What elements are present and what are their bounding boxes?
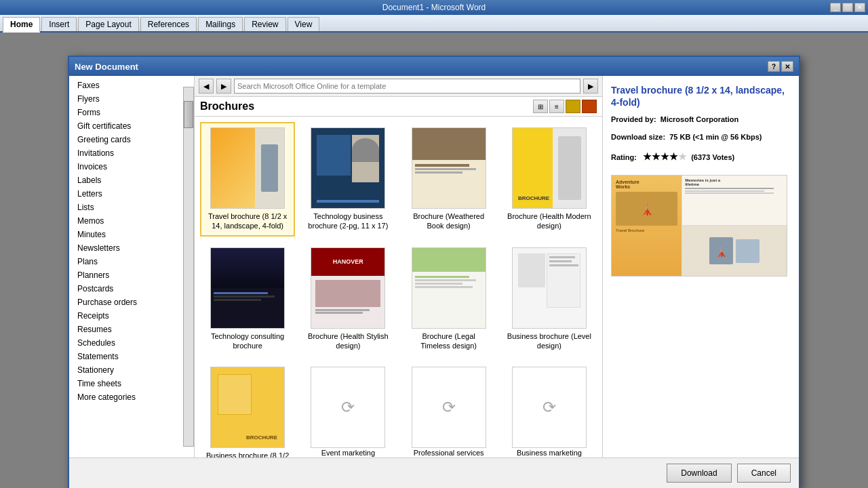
sidebar-item-invitations[interactable]: Invitations [69, 146, 194, 160]
preview-download-size: Download size: 75 KB (<1 min @ 56 Kbps) [611, 131, 791, 144]
tab-insert[interactable]: Insert [41, 17, 77, 31]
minimize-button[interactable]: _ [830, 3, 841, 12]
template-item-event-marketing[interactable]: ⟳ Event marketing [300, 361, 395, 458]
sidebar-scrollbar[interactable] [183, 87, 194, 447]
cancel-button[interactable]: Cancel [737, 464, 791, 483]
section-title: Brochures [200, 100, 254, 113]
dialog-close-button[interactable]: ✕ [781, 61, 793, 72]
sidebar-item-flyers[interactable]: Flyers [69, 92, 194, 106]
template-item-tech-consult[interactable]: Technology consulting brochure [200, 242, 295, 357]
template-label-tech-consult: Technology consulting brochure [205, 331, 290, 351]
template-thumb-weathered [412, 127, 486, 209]
template-item-professional-services[interactable]: ⟳ Professional services [401, 361, 496, 458]
template-item-health-stylish[interactable]: HANOVER Brochure (Health Stylish design) [300, 242, 395, 357]
template-label-professional-services: Professional services [414, 448, 484, 458]
maximize-button[interactable]: □ [842, 3, 853, 12]
sidebar-item-labels[interactable]: Labels [69, 174, 194, 187]
tab-mailings[interactable]: Mailings [198, 17, 243, 31]
template-thumb-health-modern: BROCHURE [512, 127, 587, 209]
preview-provided-by-label: Provided by: [611, 115, 656, 123]
sidebar-item-newsletters[interactable]: Newsletters [69, 241, 194, 255]
sidebar-item-lists[interactable]: Lists [69, 201, 194, 214]
sidebar-item-more-categories[interactable]: More categories [69, 390, 194, 404]
dialog-footer: Download Cancel [69, 458, 799, 488]
new-document-dialog: New Document ? ✕ Faxes Flyers Forms Gift… [68, 56, 800, 488]
section-header: Brochures ⊞ ≡ [195, 97, 602, 117]
template-item-business-level[interactable]: Business brochure (Level design) [502, 242, 597, 357]
tab-review[interactable]: Review [244, 17, 285, 31]
template-label-business-level: Business brochure (Level design) [507, 331, 591, 351]
view-controls: ⊞ ≡ [533, 100, 597, 113]
sidebar-item-stationery[interactable]: Stationery [69, 363, 194, 377]
forward-button[interactable]: ▶ [216, 79, 231, 94]
tab-home[interactable]: Home [3, 17, 40, 33]
tab-references[interactable]: References [140, 17, 197, 31]
sidebar-item-planners[interactable]: Planners [69, 268, 194, 282]
template-item-weathered[interactable]: Brochure (Weathered Book design) [401, 122, 496, 237]
dialog-title-bar: New Document ? ✕ [69, 57, 799, 76]
template-search-input[interactable] [234, 79, 580, 94]
title-bar-controls: _ □ ✕ [830, 3, 865, 12]
tab-page-layout[interactable]: Page Layout [78, 17, 138, 31]
dialog-title-controls: ? ✕ [768, 61, 793, 72]
template-label-legal: Brochure (Legal Timeless design) [407, 331, 491, 351]
template-thumb-business-marketing: ⟳ [512, 367, 587, 448]
template-label-travel: Travel brochure (8 1/2 x 14, landscape, … [205, 211, 290, 231]
sidebar-item-plans[interactable]: Plans [69, 255, 194, 268]
back-button[interactable]: ◀ [199, 79, 214, 94]
preview-rating-label: Rating: [611, 153, 637, 161]
title-bar: Document1 - Microsoft Word _ □ ✕ [0, 0, 868, 15]
sidebar-item-resumes[interactable]: Resumes [69, 323, 194, 336]
sidebar-item-memos[interactable]: Memos [69, 214, 194, 228]
sidebar-item-schedules[interactable]: Schedules [69, 336, 194, 350]
template-label-event-marketing: Event marketing [321, 448, 375, 458]
template-grid: Travel brochure (8 1/2 x 14, landscape, … [200, 122, 597, 458]
template-label-health-stylish: Brochure (Health Stylish design) [306, 331, 390, 351]
sidebar-item-greeting-cards[interactable]: Greeting cards [69, 133, 194, 146]
view-btn-color1[interactable] [566, 100, 580, 113]
view-btn-color2[interactable] [582, 100, 597, 113]
template-thumb-travel [210, 127, 285, 209]
sidebar-item-letters[interactable]: Letters [69, 187, 194, 201]
dialog-body: Faxes Flyers Forms Gift certificates Gre… [69, 76, 799, 458]
sidebar-item-faxes[interactable]: Faxes [69, 79, 194, 92]
sidebar-item-postcards[interactable]: Postcards [69, 282, 194, 296]
sidebar-item-receipts[interactable]: Receipts [69, 309, 194, 323]
template-item-legal[interactable]: Brochure (Legal Timeless design) [401, 242, 496, 357]
template-sidebar: Faxes Flyers Forms Gift certificates Gre… [69, 76, 195, 458]
sidebar-item-purchase-orders[interactable]: Purchase orders [69, 296, 194, 309]
preview-provided-by: Provided by: Microsoft Corporation [611, 114, 791, 126]
download-button[interactable]: Download [667, 464, 731, 483]
sidebar-item-minutes[interactable]: Minutes [69, 228, 194, 241]
sidebar-item-gift-certificates[interactable]: Gift certificates [69, 119, 194, 133]
template-thumb-biz-brochure: BROCHURE [210, 367, 285, 448]
template-item-health-modern[interactable]: BROCHURE Brochure (Health Modern design) [502, 122, 597, 237]
view-btn-1[interactable]: ⊞ [533, 100, 548, 113]
sidebar-item-invoices[interactable]: Invoices [69, 160, 194, 174]
template-item-tech[interactable]: Technology business brochure (2-pg, 11 x… [300, 122, 395, 237]
preview-download-size-value: 75 KB (<1 min @ 56 Kbps) [669, 133, 762, 141]
view-btn-2[interactable]: ≡ [549, 100, 564, 113]
template-label-tech: Technology business brochure (2-pg, 11 x… [306, 211, 390, 231]
sidebar-item-statements[interactable]: Statements [69, 350, 194, 363]
sidebar-scrollbar-thumb[interactable] [184, 101, 193, 128]
search-go-button[interactable]: ▶ [583, 79, 598, 94]
sidebar-item-time-sheets[interactable]: Time sheets [69, 377, 194, 390]
dialog-help-button[interactable]: ? [768, 61, 780, 72]
template-item-travel[interactable]: Travel brochure (8 1/2 x 14, landscape, … [200, 122, 295, 237]
template-item-biz-brochure[interactable]: BROCHURE Business brochure (8 1/2 x 14) [200, 361, 295, 458]
template-thumb-tech [311, 127, 385, 209]
template-label-biz-brochure: Business brochure (8 1/2 x 14) [205, 451, 290, 458]
word-body: Home Insert Page Layout References Maili… [0, 15, 868, 488]
template-grid-wrapper: Travel brochure (8 1/2 x 14, landscape, … [195, 117, 602, 458]
right-preview-panel: Travel brochure (8 1/2 x 14, landscape, … [602, 76, 799, 458]
close-button[interactable]: ✕ [854, 3, 865, 12]
preview-title: Travel brochure (8 1/2 x 14, landscape, … [611, 84, 791, 108]
app-title: Document1 - Microsoft Word [382, 3, 486, 12]
tab-view[interactable]: View [288, 17, 320, 31]
template-item-business-marketing[interactable]: ⟳ Business marketing [502, 361, 597, 458]
template-label-weathered: Brochure (Weathered Book design) [407, 211, 491, 231]
preview-image-container: AdventureWorks 🗼 Travel Brochure Memorie… [611, 175, 787, 277]
ribbon-tabs: Home Insert Page Layout References Maili… [0, 15, 868, 33]
sidebar-item-forms[interactable]: Forms [69, 106, 194, 119]
